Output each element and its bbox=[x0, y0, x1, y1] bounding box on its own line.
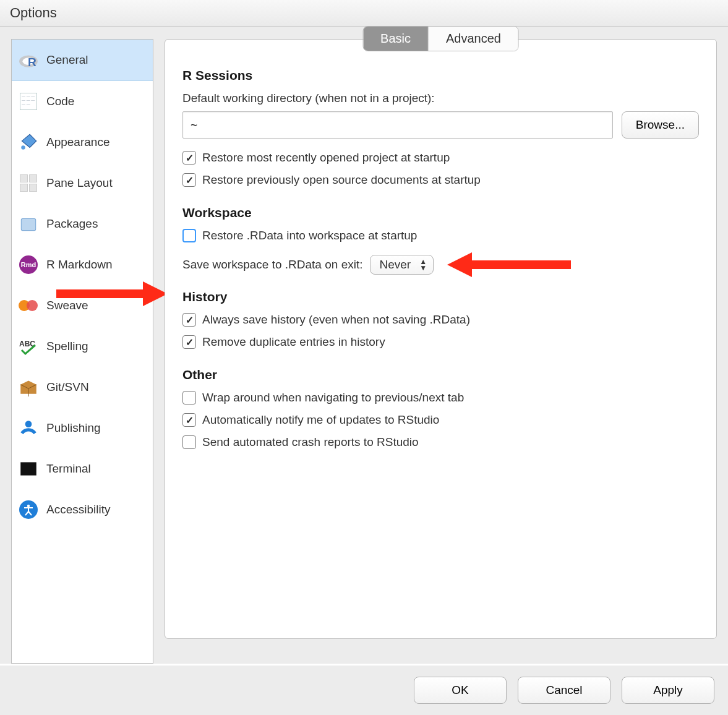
checkbox-label: Restore previously open source documents… bbox=[202, 173, 481, 187]
sidebar-item-spelling[interactable]: ABC Spelling bbox=[12, 326, 153, 367]
sidebar-item-pane-layout[interactable]: Pane Layout bbox=[12, 163, 153, 203]
svg-point-6 bbox=[27, 300, 38, 311]
sweave-icon bbox=[18, 295, 39, 316]
workdir-input[interactable] bbox=[182, 111, 613, 139]
apply-button[interactable]: Apply bbox=[622, 677, 714, 704]
checkbox-label: Wrap around when navigating to previous/… bbox=[202, 391, 464, 405]
section-title-history: History bbox=[182, 289, 699, 304]
sidebar-item-label: Sweave bbox=[46, 299, 88, 312]
window-title: Options bbox=[10, 5, 57, 20]
ok-button[interactable]: OK bbox=[414, 677, 507, 704]
sidebar-item-code[interactable]: — — —— — —— — Code bbox=[12, 81, 153, 122]
sidebar-item-label: Pane Layout bbox=[46, 176, 113, 190]
sidebar-item-rmarkdown[interactable]: Rmd R Markdown bbox=[12, 244, 153, 285]
terminal-icon bbox=[18, 458, 39, 479]
updown-caret-icon: ▲▼ bbox=[419, 259, 427, 271]
checkbox-remove-dupes[interactable] bbox=[182, 335, 196, 349]
sidebar-item-label: Spelling bbox=[46, 340, 88, 353]
checkbox-wrap-tabs[interactable] bbox=[182, 391, 196, 405]
sidebar-item-label: Appearance bbox=[46, 135, 109, 149]
options-sidebar: R General — — —— — —— — Code Appearance … bbox=[11, 39, 153, 664]
package-icon bbox=[18, 213, 39, 234]
browse-button[interactable]: Browse... bbox=[622, 111, 699, 139]
sidebar-item-label: Code bbox=[46, 95, 74, 108]
checkbox-restore-rdata[interactable] bbox=[182, 229, 196, 242]
sidebar-item-label: Terminal bbox=[46, 462, 91, 476]
section-title-workspace: Workspace bbox=[182, 205, 699, 220]
checkbox-always-save-history[interactable] bbox=[182, 313, 196, 327]
tab-advanced[interactable]: Advanced bbox=[429, 27, 518, 51]
box-icon bbox=[18, 377, 39, 398]
checkbox-label: Always save history (even when not savin… bbox=[202, 313, 470, 327]
checkbox-label: Remove duplicate entries in history bbox=[202, 335, 385, 349]
window-titlebar: Options bbox=[0, 0, 728, 27]
section-title-other: Other bbox=[182, 367, 699, 382]
sidebar-item-appearance[interactable]: Appearance bbox=[12, 122, 153, 163]
rmarkdown-icon: Rmd bbox=[18, 254, 39, 275]
sidebar-item-label: Publishing bbox=[46, 421, 101, 435]
checkbox-restore-project[interactable] bbox=[182, 151, 196, 165]
document-icon: — — —— — —— — bbox=[18, 91, 39, 112]
sidebar-item-sweave[interactable]: Sweave bbox=[12, 285, 153, 326]
sidebar-item-gitsvn[interactable]: Git/SVN bbox=[12, 367, 153, 408]
sidebar-item-general[interactable]: R General bbox=[12, 40, 153, 81]
select-value: Never bbox=[379, 258, 411, 272]
checkbox-crash-reports[interactable] bbox=[182, 435, 196, 449]
accessibility-icon bbox=[18, 499, 39, 520]
r-logo-icon: R bbox=[18, 49, 39, 71]
svg-rect-4 bbox=[21, 219, 35, 231]
sidebar-item-label: General bbox=[46, 53, 88, 67]
publish-icon bbox=[18, 417, 39, 439]
svg-point-8 bbox=[25, 421, 32, 427]
svg-point-3 bbox=[21, 145, 25, 149]
paint-bucket-icon bbox=[18, 132, 39, 153]
sidebar-item-label: Packages bbox=[46, 217, 98, 231]
panes-icon bbox=[18, 173, 39, 194]
checkbox-label: Send automated crash reports to RStudio bbox=[202, 435, 419, 449]
checkbox-label: Restore most recently opened project at … bbox=[202, 151, 450, 165]
checkbox-notify-updates[interactable] bbox=[182, 413, 196, 427]
sidebar-item-publishing[interactable]: Publishing bbox=[12, 408, 153, 448]
workdir-label: Default working directory (when not in a… bbox=[182, 92, 699, 105]
checkbox-label: Automatically notify me of updates to RS… bbox=[202, 413, 439, 427]
svg-point-10 bbox=[27, 505, 30, 507]
sidebar-item-label: Accessibility bbox=[46, 503, 110, 516]
spellcheck-icon: ABC bbox=[18, 336, 39, 357]
dialog-footer: OK Cancel Apply bbox=[0, 666, 728, 715]
cancel-button[interactable]: Cancel bbox=[518, 677, 610, 704]
sidebar-item-accessibility[interactable]: Accessibility bbox=[12, 489, 153, 530]
svg-marker-13 bbox=[447, 252, 472, 277]
tabs: Basic Advanced bbox=[362, 26, 519, 51]
sidebar-item-packages[interactable]: Packages bbox=[12, 203, 153, 244]
save-workspace-label: Save workspace to .RData on exit: bbox=[182, 258, 362, 272]
tab-basic[interactable]: Basic bbox=[363, 27, 429, 51]
section-title-rsessions: R Sessions bbox=[182, 68, 699, 83]
sidebar-item-label: Git/SVN bbox=[46, 380, 89, 394]
options-panel: Basic Advanced R Sessions Default workin… bbox=[165, 39, 717, 639]
checkbox-label: Restore .RData into workspace at startup bbox=[202, 229, 417, 242]
checkbox-restore-docs[interactable] bbox=[182, 173, 196, 187]
svg-text:R: R bbox=[28, 56, 36, 69]
annotation-arrow-left-icon bbox=[447, 251, 571, 278]
save-workspace-select[interactable]: Never ▲▼ bbox=[370, 255, 434, 275]
svg-rect-9 bbox=[20, 462, 36, 475]
sidebar-item-terminal[interactable]: Terminal bbox=[12, 448, 153, 489]
sidebar-item-label: R Markdown bbox=[46, 258, 113, 272]
